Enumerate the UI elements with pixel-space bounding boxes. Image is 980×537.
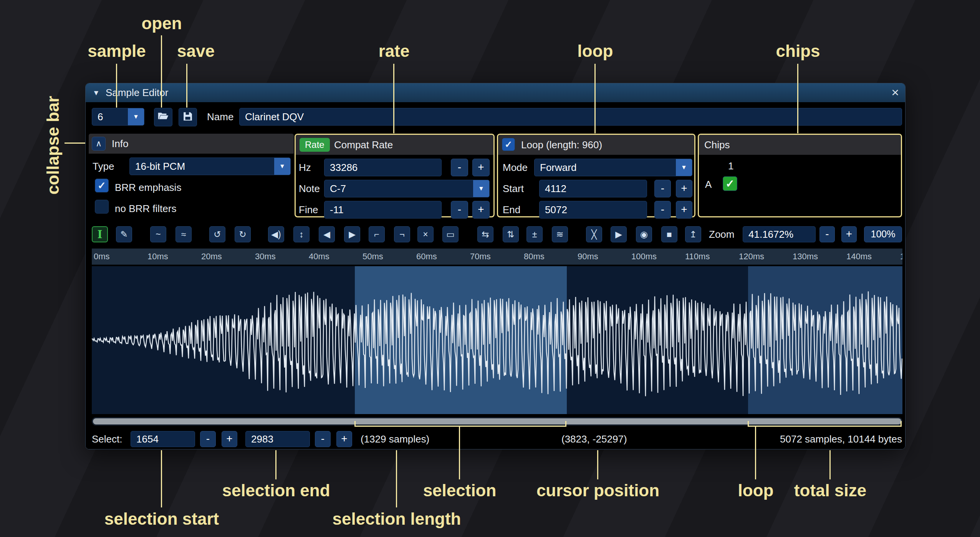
timeline-ruler[interactable]: 0ms10ms20ms30ms40ms50ms60ms70ms80ms90ms1… [92,249,902,265]
trim-button[interactable]: ▭ [442,226,459,242]
annotation-line [275,450,276,479]
chevron-down-icon: ▼ [274,158,290,175]
chips-panel-header: Chips [699,135,901,155]
normalize-button[interactable]: ↕ [293,226,310,242]
rate-badge: Rate [300,138,330,152]
draw-mode-button[interactable]: ✎ [116,226,132,242]
ruler-label: 60ms [416,249,437,265]
selection-end-input[interactable]: 2983 [245,431,310,447]
zoom-in-button[interactable]: + [841,226,857,242]
loop-start-minus-button[interactable]: - [654,180,671,197]
annotation-line [116,64,117,108]
annotation-line [161,450,162,507]
close-icon[interactable]: × [891,83,899,101]
create-wavetable-button[interactable]: ≈ [175,226,192,242]
chip-enable-checkbox[interactable]: ✓ [723,176,737,191]
selection-end-minus-button[interactable]: - [315,431,331,447]
import-button[interactable]: ↥ [685,226,701,242]
trim-icon: ▭ [446,230,455,239]
insert-silence-icon: ⌐ [374,230,379,239]
annotation-line [565,421,566,426]
redo-icon: ↻ [239,230,246,239]
invert-button[interactable]: ⇅ [503,226,519,242]
resample-button[interactable]: ~ [150,226,166,242]
annotation-line [594,64,596,133]
fade-out-button[interactable]: ▶ [344,226,360,242]
crossfade-loop-button[interactable]: ╳ [586,226,602,242]
hz-input[interactable]: 33286 [324,159,442,176]
annotation-selection-length: selection length [333,509,461,529]
ruler-label: 110ms [685,249,710,265]
annotation-line [161,35,162,108]
loop-end-minus-button[interactable]: - [654,201,671,219]
ruler-label: 10ms [147,249,168,265]
fine-minus-button[interactable]: - [451,201,468,219]
apply-filter-icon: ≋ [556,230,563,239]
fine-plus-button[interactable]: + [472,201,490,219]
fade-in-button[interactable]: ◀ [319,226,335,242]
selection-start-minus-button[interactable]: - [200,431,216,447]
ruler-label: 120ms [739,249,764,265]
apply-silence-button[interactable]: ¬ [394,226,410,242]
selection-start-plus-button[interactable]: + [222,431,237,447]
delete-button[interactable]: × [417,226,434,242]
rate-panel-title: Compat Rate [334,135,393,155]
total-size-text: 5072 samples, 10144 bytes [780,429,902,449]
ruler-label: 50ms [363,249,383,265]
window-collapse-icon[interactable]: ▼ [93,83,100,102]
chevron-down-icon: ▼ [676,159,692,176]
waveform-area[interactable] [92,266,902,414]
open-button[interactable] [154,108,172,126]
sample-selector[interactable]: 6 ▼ [92,108,144,126]
note-dropdown[interactable]: C-7 ▼ [324,180,490,197]
scrollbar-thumb[interactable] [93,418,901,424]
selection-end-plus-button[interactable]: + [336,431,352,447]
import-icon: ↥ [689,230,697,239]
loop-checkbox[interactable]: ✓ [502,138,515,151]
edit-mode-button[interactable]: I [92,226,108,242]
reverse-button[interactable]: ⇆ [477,226,493,242]
loop-end-input[interactable]: 5072 [539,201,647,219]
ruler-label: 20ms [201,249,222,265]
ruler-label: 140ms [846,249,872,265]
undo-button[interactable]: ↺ [209,226,225,242]
save-button[interactable] [179,108,197,126]
annotation-open: open [141,14,182,33]
zoom-input[interactable]: 41.1672% [743,226,816,242]
stop-button[interactable]: ■ [661,226,677,242]
fine-input[interactable]: -11 [324,201,442,219]
waveform-plot [92,266,902,414]
ruler-label: 90ms [578,249,598,265]
loop-mode-dropdown[interactable]: Forward ▼ [534,159,692,176]
collapse-bar-button[interactable]: ∧ [92,137,106,151]
hz-plus-button[interactable]: + [472,159,490,176]
brr-emphasis-checkbox[interactable]: ✓ [95,179,109,192]
loop-start-input[interactable]: 4112 [539,180,647,197]
play-button[interactable]: ◉ [636,226,652,242]
hz-minus-button[interactable]: - [451,159,468,176]
sample-selector-value: 6 [98,108,103,125]
loop-start-plus-button[interactable]: + [676,180,692,197]
selection-bracket [354,426,566,427]
reset-zoom-button[interactable]: 100% [864,226,902,242]
redo-button[interactable]: ↻ [235,226,251,242]
type-dropdown[interactable]: 16-bit PCM ▼ [129,157,291,175]
edit-mode-icon: I [98,229,103,240]
selection-start-input[interactable]: 1654 [131,431,195,447]
titlebar[interactable]: ▼ Sample Editor × [86,83,905,102]
ruler-label: 80ms [524,249,545,265]
preview-button[interactable]: ▶ [611,226,627,242]
insert-silence-button[interactable]: ⌐ [369,226,385,242]
zoom-out-button[interactable]: - [819,226,835,242]
no-brr-filters-checkbox[interactable] [95,200,109,214]
name-input[interactable]: Clarinet DQV [239,108,902,126]
amplify-button[interactable]: ◀) [268,226,284,242]
apply-filter-button[interactable]: ≋ [552,226,568,242]
chips-panel-title: Chips [704,135,730,155]
crossfade-loop-icon: ╳ [591,230,597,239]
signed-unsigned-button[interactable]: ± [526,226,543,242]
chips-panel: Chips 1 A ✓ [698,134,902,217]
waveform-scrollbar[interactable] [92,417,902,426]
loop-end-plus-button[interactable]: + [676,201,692,219]
info-panel-header: ∧ Info [89,134,294,154]
